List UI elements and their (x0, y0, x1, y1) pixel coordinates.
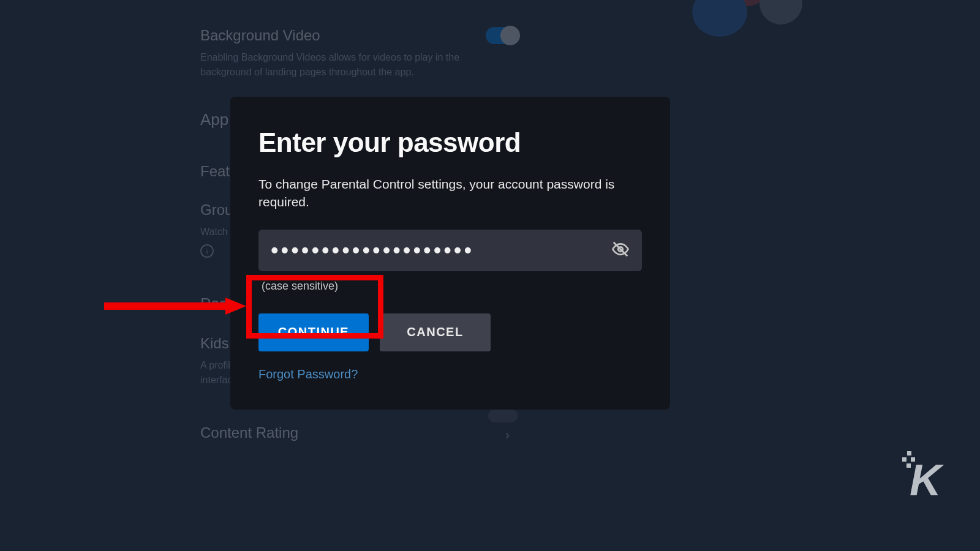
modal-button-row: CONTINUE CANCEL (258, 313, 642, 351)
password-modal: Enter your password To change Parental C… (230, 97, 670, 410)
modal-title: Enter your password (258, 127, 642, 158)
watermark: K (910, 455, 940, 505)
chevron-right-icon: › (505, 427, 510, 443)
password-input-wrap (258, 230, 642, 271)
modal-description: To change Parental Control settings, you… (258, 175, 642, 211)
password-input[interactable] (258, 230, 642, 271)
password-hint: (case sensitive) (258, 280, 642, 293)
toggle-background-video[interactable] (486, 27, 519, 44)
continue-button[interactable]: CONTINUE (258, 313, 369, 351)
setting-title-background-video: Background Video (200, 27, 752, 44)
setting-desc-background-video: Enabling Background Videos allows for vi… (200, 50, 494, 80)
info-icon: i (200, 244, 214, 258)
watermark-letter: K (910, 455, 940, 504)
badge-pill (488, 409, 518, 422)
hide-password-icon[interactable] (611, 240, 630, 261)
forgot-password-link[interactable]: Forgot Password? (258, 367, 358, 381)
cancel-button[interactable]: CANCEL (380, 313, 491, 351)
setting-content-rating[interactable]: Content Rating (200, 424, 752, 441)
